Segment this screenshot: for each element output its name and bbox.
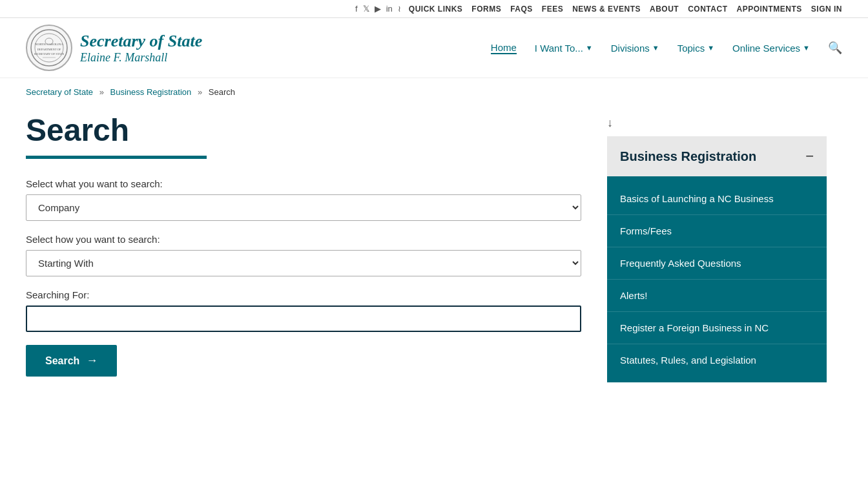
download-icon: ↓ bbox=[607, 112, 827, 136]
breadcrumb-secretary[interactable]: Secretary of State bbox=[26, 87, 93, 97]
about-nav[interactable]: ABOUT bbox=[650, 5, 679, 14]
select-search-group: Select what you want to search: Company … bbox=[26, 178, 581, 221]
top-bar: f 𝕏 ▶ in ≀ QUICK LINKS FORMS FAQS FEES N… bbox=[0, 0, 868, 18]
site-header: NORTH CAROLINA DEPARTMENT OF SECRETARY O… bbox=[0, 18, 868, 78]
topics-nav-link[interactable]: Topics ▼ bbox=[677, 43, 714, 54]
title-underline bbox=[26, 156, 207, 159]
linkedin-icon[interactable]: in bbox=[386, 4, 393, 14]
sidebar-link-statutes[interactable]: Statutes, Rules, and Legislation bbox=[607, 344, 827, 376]
divisions-chevron: ▼ bbox=[652, 44, 659, 52]
facebook-icon[interactable]: f bbox=[355, 4, 358, 14]
rss-icon[interactable]: ≀ bbox=[398, 4, 401, 14]
svg-text:NORTH CAROLINA: NORTH CAROLINA bbox=[35, 43, 63, 46]
select-how-group: Select how you want to search: Starting … bbox=[26, 234, 581, 276]
sidebar-link-faq[interactable]: Frequently Asked Questions bbox=[607, 247, 827, 280]
quick-links-nav[interactable]: QUICK LINKS bbox=[409, 5, 463, 14]
fees-nav[interactable]: FEES bbox=[542, 5, 563, 14]
select-search-label: Select what you want to search: bbox=[26, 178, 581, 189]
search-toggle-button[interactable]: 🔍 bbox=[828, 41, 842, 55]
select-how-label: Select how you want to search: bbox=[26, 234, 581, 245]
home-nav-link[interactable]: Home bbox=[491, 42, 517, 54]
searching-for-label: Searching For: bbox=[26, 289, 581, 300]
appointments-nav[interactable]: APPOINTMENTS bbox=[736, 5, 801, 14]
news-events-nav[interactable]: NEWS & EVENTS bbox=[572, 5, 641, 14]
sidebar-links: Basics of Launching a NC Business Forms/… bbox=[607, 176, 827, 382]
i-want-to-chevron: ▼ bbox=[586, 44, 593, 52]
breadcrumb: Secretary of State » Business Registrati… bbox=[0, 78, 868, 106]
sign-in-nav[interactable]: SIGN IN bbox=[811, 5, 842, 14]
main-content: Search Select what you want to search: C… bbox=[0, 106, 868, 408]
search-button-arrow: → bbox=[86, 354, 98, 368]
logo-area: NORTH CAROLINA DEPARTMENT OF SECRETARY O… bbox=[26, 25, 202, 71]
top-nav-links: QUICK LINKS FORMS FAQS FEES NEWS & EVENT… bbox=[409, 5, 842, 14]
social-icons: f 𝕏 ▶ in ≀ bbox=[355, 4, 401, 14]
sidebar-link-forms[interactable]: Forms/Fees bbox=[607, 215, 827, 247]
contact-nav[interactable]: CONTACT bbox=[688, 5, 727, 14]
sidebar-header-title: Business Registration bbox=[620, 149, 756, 164]
sidebar-header: Business Registration − bbox=[607, 136, 827, 176]
search-button[interactable]: Search → bbox=[26, 345, 117, 377]
breadcrumb-current: Search bbox=[209, 87, 235, 97]
main-nav: Home I Want To... ▼ Divisions ▼ Topics ▼… bbox=[491, 41, 842, 55]
twitter-icon[interactable]: 𝕏 bbox=[363, 4, 369, 14]
divisions-nav-link[interactable]: Divisions ▼ bbox=[611, 43, 659, 54]
search-button-label: Search bbox=[45, 355, 79, 367]
online-services-nav-link[interactable]: Online Services ▼ bbox=[732, 43, 810, 54]
i-want-to-nav-link[interactable]: I Want To... ▼ bbox=[535, 43, 593, 54]
select-search-dropdown[interactable]: Company Individual Agent bbox=[26, 194, 581, 221]
sidebar-link-alerts[interactable]: Alerts! bbox=[607, 280, 827, 312]
right-sidebar: ↓ Business Registration − Basics of Laun… bbox=[607, 112, 827, 382]
seal-svg: NORTH CAROLINA DEPARTMENT OF SECRETARY O… bbox=[30, 28, 68, 67]
forms-nav[interactable]: FORMS bbox=[471, 5, 501, 14]
breadcrumb-business-reg[interactable]: Business Registration bbox=[110, 87, 192, 97]
site-logo: NORTH CAROLINA DEPARTMENT OF SECRETARY O… bbox=[26, 25, 72, 71]
breadcrumb-sep-1: » bbox=[99, 87, 104, 97]
topics-chevron: ▼ bbox=[707, 44, 714, 52]
select-how-dropdown[interactable]: Starting With Contains Exact bbox=[26, 250, 581, 276]
searching-for-group: Searching For: bbox=[26, 289, 581, 332]
site-title: Secretary of State Elaine F. Marshall bbox=[80, 32, 202, 65]
sidebar-collapse-button[interactable]: − bbox=[805, 148, 814, 165]
left-panel: Search Select what you want to search: C… bbox=[26, 112, 581, 377]
site-title-line2: Elaine F. Marshall bbox=[80, 51, 202, 65]
sidebar-link-foreign[interactable]: Register a Foreign Business in NC bbox=[607, 312, 827, 344]
searching-for-input[interactable] bbox=[26, 306, 581, 332]
breadcrumb-sep-2: » bbox=[198, 87, 202, 97]
page-title: Search bbox=[26, 112, 581, 148]
sidebar-link-basics[interactable]: Basics of Launching a NC Business bbox=[607, 183, 827, 215]
youtube-icon[interactable]: ▶ bbox=[375, 4, 381, 14]
online-services-chevron: ▼ bbox=[803, 44, 810, 52]
svg-text:SECRETARY OF STATE: SECRETARY OF STATE bbox=[34, 52, 65, 56]
svg-text:DEPARTMENT OF: DEPARTMENT OF bbox=[37, 48, 61, 51]
faqs-nav[interactable]: FAQS bbox=[510, 5, 533, 14]
site-title-line1: Secretary of State bbox=[80, 32, 202, 51]
